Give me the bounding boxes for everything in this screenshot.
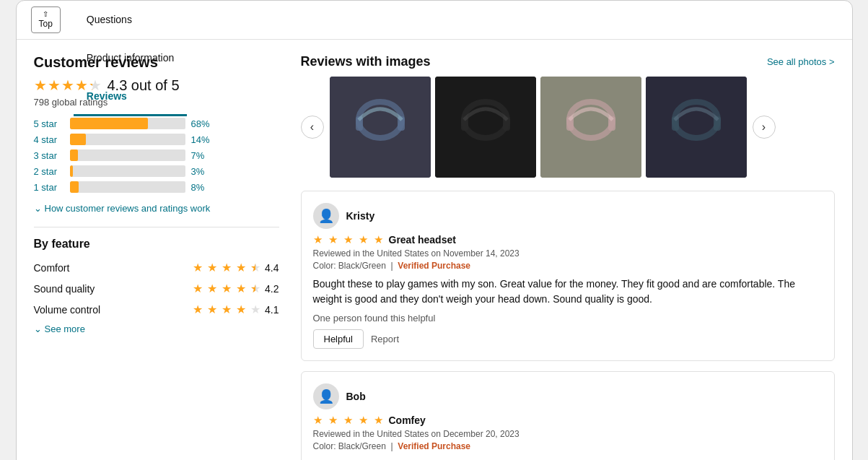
customer-reviews-title: Customer reviews	[34, 54, 279, 71]
helpful-button[interactable]: Helpful	[313, 329, 364, 349]
feature-stars: ★★★★★4.1	[193, 303, 279, 316]
by-feature-title: By feature	[34, 238, 279, 251]
review-star-4: ★	[374, 414, 383, 427]
feature-star-4: ★	[236, 303, 246, 316]
photos-carousel: ‹ ›	[301, 77, 835, 178]
review-star-1: ★	[328, 233, 338, 246]
feature-star-3: ★	[222, 303, 232, 316]
review-meta: Reviewed in the United States on Novembe…	[313, 248, 823, 259]
bar-fill	[70, 118, 149, 129]
feature-star-3: ★	[222, 261, 232, 274]
feature-star-half: ★★	[250, 282, 260, 295]
bar-fill	[70, 165, 74, 177]
bar-label[interactable]: 2 star	[34, 166, 64, 177]
feature-star-2: ★	[207, 303, 217, 316]
reviewer-name: Kristy	[346, 210, 375, 222]
review-stars-row: ★★★★★ Comfey	[313, 414, 823, 427]
nav-item-questions[interactable]: Questions	[74, 1, 187, 40]
reviews-images-title: Reviews with images	[301, 54, 431, 69]
star-2: ★	[48, 77, 61, 94]
see-more-link[interactable]: ⌄ See more	[34, 324, 279, 334]
review-star-0: ★	[313, 414, 323, 427]
how-reviews-link[interactable]: ⌄ How customer reviews and ratings work	[34, 203, 279, 214]
chevron-down-icon-2: ⌄	[34, 324, 42, 334]
review-card-1: 👤 Bob ★★★★★ Comfey Reviewed in the Unite…	[301, 371, 835, 460]
chevron-up-icon: ⇧	[43, 10, 48, 19]
review-color-row: Color: Black/Green | Verified Purchase	[313, 441, 823, 451]
bar-label[interactable]: 4 star	[34, 134, 64, 145]
see-all-photos-link[interactable]: See all photos >	[767, 56, 835, 67]
bar-label[interactable]: 5 star	[34, 118, 64, 129]
review-star-4: ★	[374, 233, 383, 246]
feature-star-1: ★	[193, 303, 203, 316]
feature-name: Volume control	[34, 304, 113, 316]
svg-rect-8	[540, 77, 641, 178]
bar-pct: 68%	[191, 118, 214, 129]
star-1: ★	[34, 77, 47, 94]
svg-rect-0	[330, 77, 431, 178]
feature-star-2: ★	[207, 282, 217, 295]
verified-badge: Verified Purchase	[398, 441, 470, 451]
bar-row-2-star: 2 star 3%	[34, 165, 279, 177]
review-star-0: ★	[313, 233, 323, 246]
bar-pct: 7%	[191, 150, 214, 161]
bar-row-3-star: 3 star 7%	[34, 149, 279, 161]
avatar: 👤	[313, 383, 339, 409]
feature-val: 4.2	[265, 283, 279, 295]
review-star-2: ★	[343, 414, 353, 427]
bar-track	[70, 165, 185, 177]
bar-label[interactable]: 1 star	[34, 182, 64, 193]
bar-pct: 14%	[191, 134, 214, 145]
review-star-1: ★	[328, 414, 338, 427]
feature-val: 4.4	[265, 262, 279, 274]
review-body: Great headset for the price can't go wro…	[313, 457, 823, 460]
photo-thumb-0[interactable]	[330, 77, 431, 178]
bar-label[interactable]: 3 star	[34, 150, 64, 161]
report-link[interactable]: Report	[371, 334, 399, 344]
feature-star-3: ★	[222, 282, 232, 295]
reviews-images-section: Reviews with images See all photos > ‹	[301, 54, 835, 178]
rating-value: 4.3 out of 5	[108, 77, 180, 94]
review-star-3: ★	[359, 233, 368, 246]
reviewer-row: 👤 Bob	[313, 383, 823, 409]
bar-row-4-star: 4 star 14%	[34, 134, 279, 145]
bar-pct: 8%	[191, 182, 214, 193]
carousel-prev-button[interactable]: ‹	[301, 116, 324, 139]
feature-name: Sound quality	[34, 283, 113, 295]
review-stars-row: ★★★★★ Great headset	[313, 233, 823, 246]
overall-stars: ★ ★ ★ ★ ★★	[34, 77, 102, 94]
review-card-0: 👤 Kristy ★★★★★ Great headset Reviewed in…	[301, 191, 835, 361]
feature-row-sound-quality: Sound quality ★★★★★★4.2	[34, 282, 279, 295]
photo-thumb-2[interactable]	[540, 77, 641, 178]
bar-fill	[70, 134, 86, 145]
feature-star-4: ★	[236, 261, 246, 274]
left-panel: Customer reviews ★ ★ ★ ★ ★★ 4.3 out of 5…	[34, 54, 279, 460]
svg-rect-12	[646, 77, 747, 178]
review-star-3: ★	[359, 414, 368, 427]
review-body: Bought these to play games with my son. …	[313, 277, 823, 307]
photo-thumbnails	[330, 77, 747, 178]
feature-star-1: ★	[193, 282, 203, 295]
top-button-label: Top	[39, 19, 53, 29]
nav-bar: ⇧ Top About this itemSimilarQuestionsPro…	[17, 1, 852, 40]
top-button[interactable]: ⇧ Top	[31, 6, 61, 32]
verified-badge: Verified Purchase	[398, 261, 470, 271]
bar-fill	[70, 149, 78, 161]
feature-rows: Comfort ★★★★★★4.4 Sound quality ★★★★★★4.…	[34, 261, 279, 316]
feature-stars: ★★★★★★4.2	[193, 282, 279, 295]
photo-thumb-1[interactable]	[435, 77, 536, 178]
carousel-next-button[interactable]: ›	[753, 116, 776, 139]
right-panel: Reviews with images See all photos > ‹	[301, 54, 835, 460]
chevron-down-icon: ⌄	[34, 203, 42, 214]
bar-track	[70, 181, 185, 193]
star-3: ★	[61, 77, 74, 94]
feature-star-empty: ★	[250, 303, 260, 316]
bar-fill	[70, 181, 79, 193]
feature-name: Comfort	[34, 262, 113, 274]
photo-thumb-3[interactable]	[646, 77, 747, 178]
review-meta: Reviewed in the United States on Decembe…	[313, 429, 823, 439]
review-title: Comfey	[389, 415, 426, 426]
bar-track	[70, 134, 185, 145]
bar-track	[70, 149, 185, 161]
avatar: 👤	[313, 203, 339, 229]
